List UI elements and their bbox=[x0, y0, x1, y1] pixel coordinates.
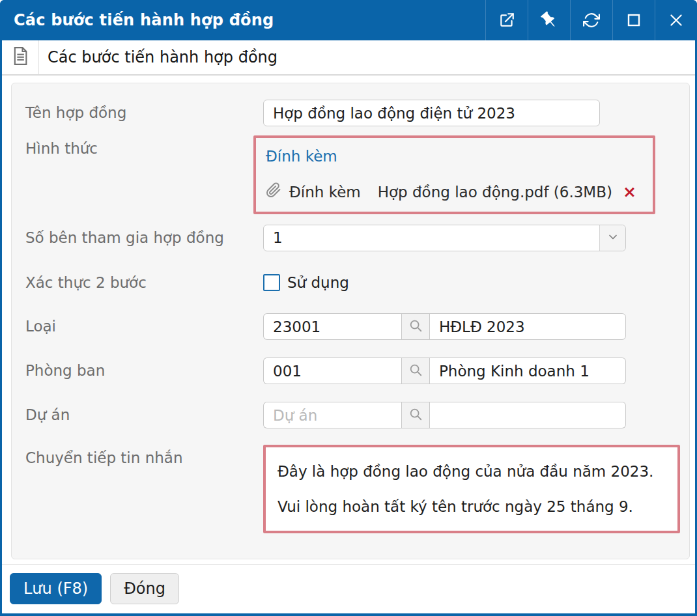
document-icon-cell[interactable] bbox=[2, 40, 39, 74]
search-icon bbox=[408, 407, 423, 423]
close-icon bbox=[668, 12, 685, 29]
contract-name-label: Tên hợp đồng bbox=[25, 100, 263, 126]
attached-file-name[interactable]: Hợp đồng lao động.pdf (6.3MB) bbox=[378, 184, 612, 201]
close-button[interactable]: Đóng bbox=[110, 573, 179, 604]
forward-message-textarea[interactable]: Đây là hợp đồng lao động của nửa đầu năm… bbox=[263, 445, 680, 533]
field-row-attachment: Hình thức Đính kèm Đính kèm Hợp đồng lao… bbox=[25, 135, 689, 214]
type-lookup bbox=[263, 313, 626, 340]
two-step-option-label: Sử dụng bbox=[287, 274, 349, 291]
forward-message-line: Đây là hợp đồng lao động của nửa đầu năm… bbox=[277, 454, 666, 489]
field-row-type: Loại bbox=[25, 313, 689, 340]
field-row-two-step: Xác thực 2 bước Sử dụng bbox=[25, 273, 689, 292]
field-row-contract-name: Tên hợp đồng bbox=[25, 100, 689, 126]
page-title: Các bước tiến hành hợp đồng bbox=[39, 40, 277, 74]
forward-message-line: Vui lòng hoàn tất ký tên trước ngày 25 t… bbox=[277, 489, 666, 524]
field-row-department: Phòng ban bbox=[25, 357, 689, 384]
project-name-input[interactable] bbox=[430, 402, 626, 428]
maximize-icon bbox=[626, 12, 642, 28]
search-icon bbox=[408, 363, 423, 379]
attachment-item: Đính kèm Hợp đồng lao động.pdf (6.3MB) × bbox=[266, 182, 643, 201]
dialog-window: Các bước tiến hành hợp đồng bbox=[0, 0, 697, 616]
tab-bar: Các bước tiến hành hợp đồng bbox=[2, 40, 695, 76]
field-row-forward-message: Chuyển tiếp tin nhắn Đây là hợp đồng lao… bbox=[25, 445, 689, 533]
contract-name-input[interactable] bbox=[263, 100, 600, 126]
refresh-icon bbox=[583, 12, 600, 29]
department-name-input[interactable] bbox=[430, 357, 626, 384]
chevron-down-icon bbox=[606, 231, 619, 246]
project-label: Dự án bbox=[25, 402, 263, 428]
two-step-checkbox[interactable] bbox=[263, 274, 280, 291]
open-in-new-window-button[interactable] bbox=[485, 0, 528, 40]
window-title: Các bước tiến hành hợp đồng bbox=[0, 11, 485, 29]
field-row-project: Dự án bbox=[25, 402, 689, 428]
external-link-icon bbox=[498, 12, 515, 29]
field-row-parties: Số bên tham gia hợp đồng 1 bbox=[25, 225, 689, 251]
form-panel: Tên hợp đồng Hình thức Đính kèm Đính kèm… bbox=[11, 83, 690, 559]
parties-select[interactable]: 1 bbox=[263, 225, 626, 251]
pin-window-button[interactable] bbox=[528, 0, 570, 40]
department-label: Phòng ban bbox=[25, 357, 263, 384]
close-window-button[interactable] bbox=[655, 0, 697, 40]
remove-attachment-button[interactable]: × bbox=[623, 184, 636, 200]
attach-link[interactable]: Đính kèm bbox=[266, 145, 337, 168]
paperclip-icon bbox=[266, 182, 281, 201]
department-lookup bbox=[263, 357, 626, 384]
forward-message-label: Chuyển tiếp tin nhắn bbox=[25, 445, 263, 471]
attachment-highlight-box: Đính kèm Đính kèm Hợp đồng lao động.pdf … bbox=[253, 135, 655, 214]
refresh-window-button[interactable] bbox=[570, 0, 612, 40]
type-label: Loại bbox=[25, 313, 263, 340]
two-step-label: Xác thực 2 bước bbox=[25, 273, 263, 292]
department-search-button[interactable] bbox=[401, 357, 430, 384]
titlebar: Các bước tiến hành hợp đồng bbox=[0, 0, 697, 40]
titlebar-buttons bbox=[485, 0, 697, 40]
type-code-input[interactable] bbox=[263, 313, 401, 340]
attach-button-label[interactable]: Đính kèm bbox=[289, 184, 361, 201]
pin-icon bbox=[541, 12, 558, 29]
select-arrow-cell[interactable] bbox=[599, 225, 625, 251]
project-search-button[interactable] bbox=[401, 402, 430, 428]
maximize-window-button[interactable] bbox=[612, 0, 655, 40]
save-button[interactable]: Lưu (F8) bbox=[10, 573, 102, 604]
project-code-input[interactable] bbox=[263, 402, 401, 428]
type-search-button[interactable] bbox=[401, 313, 430, 340]
department-code-input[interactable] bbox=[263, 357, 401, 384]
parties-label: Số bên tham gia hợp đồng bbox=[25, 225, 263, 251]
parties-selected-value: 1 bbox=[264, 225, 599, 251]
type-name-input[interactable] bbox=[430, 313, 626, 340]
search-icon bbox=[408, 318, 423, 335]
footer-bar: Lưu (F8) Đóng bbox=[2, 564, 695, 613]
document-icon bbox=[12, 47, 28, 68]
form-type-label: Hình thức bbox=[25, 135, 263, 162]
project-lookup bbox=[263, 402, 626, 428]
